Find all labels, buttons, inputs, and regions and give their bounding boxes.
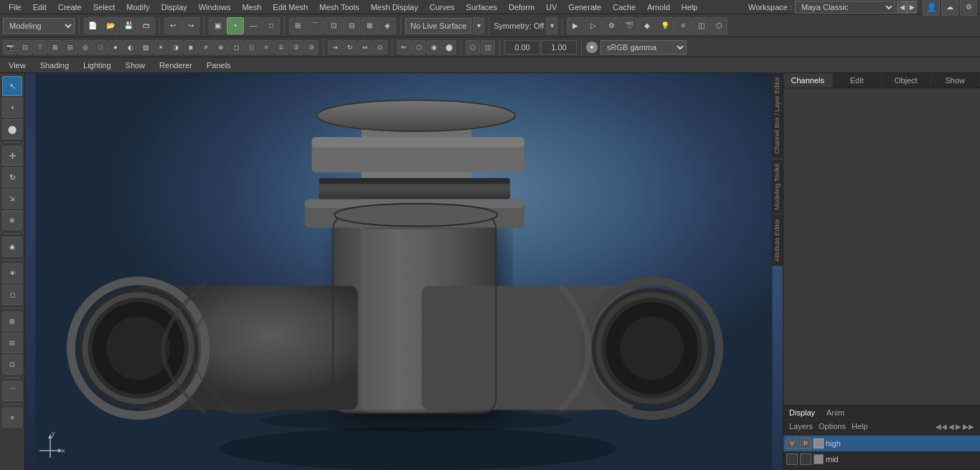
rp-tab-edit[interactable]: Edit — [833, 73, 882, 88]
curve-btn[interactable]: ⌒ — [2, 381, 22, 401]
redo-btn[interactable]: ↪ — [182, 17, 199, 34]
layer-arrow-3[interactable]: ▶ — [956, 423, 961, 431]
lasso-tool-btn[interactable]: ⌖ — [2, 98, 22, 118]
menu-mesh-tools[interactable]: Mesh Tools — [314, 0, 364, 14]
select-face-btn[interactable]: □ — [263, 17, 280, 34]
rp-tab-channels[interactable]: Channels — [783, 73, 833, 88]
layer-arrow-4[interactable]: ▶▶ — [963, 423, 974, 431]
layer-vis-high[interactable]: V — [786, 438, 798, 449]
side-label-attribute[interactable]: Attribute Editor — [771, 214, 783, 266]
paint-btn[interactable]: ✏ — [397, 40, 411, 55]
menu-generate[interactable]: Generate — [562, 0, 607, 14]
select-obj-btn[interactable]: ▣ — [209, 17, 226, 34]
user-icon[interactable]: 👤 — [923, 0, 940, 16]
backface-btn[interactable]: ◻ — [229, 40, 243, 55]
scale-snap-btn[interactable]: ⇔ — [358, 40, 372, 55]
brush-btn[interactable]: ⬤ — [442, 40, 456, 55]
select-edge-btn[interactable]: — — [245, 17, 262, 34]
menu-cache[interactable]: Cache — [607, 0, 641, 14]
move-snap-btn[interactable]: ⇥ — [328, 40, 342, 55]
render-btn[interactable]: ▶ — [567, 17, 584, 34]
snap-surface-btn[interactable]: ⊟ — [343, 17, 360, 34]
ipr-btn[interactable]: ▷ — [585, 17, 602, 34]
cam-persp[interactable]: ⊡ — [18, 40, 32, 55]
menu-mesh[interactable]: Mesh — [236, 0, 267, 14]
snap-view-btn[interactable]: ⊠ — [361, 17, 378, 34]
shadow-btn[interactable]: ◑ — [169, 40, 183, 55]
live-surface-dropdown[interactable]: ▾ — [473, 17, 484, 34]
viewport[interactable]: y x — [25, 73, 783, 470]
color-space-select[interactable]: sRGB gamma Linear Raw — [600, 40, 687, 55]
display-tab[interactable]: Display — [789, 408, 815, 417]
tab-panels[interactable]: Panels — [204, 57, 234, 73]
menu-windows[interactable]: Windows — [193, 0, 237, 14]
select-vertex-btn[interactable]: • — [227, 17, 244, 34]
res2-btn[interactable]: ② — [289, 40, 303, 55]
value-input-1[interactable] — [504, 40, 540, 55]
save-file-btn[interactable]: 💾 — [120, 17, 137, 34]
align-btn[interactable]: ⊟ — [2, 333, 22, 353]
side-label-modeling[interactable]: Modeling Toolkit — [771, 159, 783, 214]
rotate-tool-btn[interactable]: ↻ — [2, 167, 22, 187]
undo-btn[interactable]: ↩ — [164, 17, 182, 34]
menu-arnold[interactable]: Arnold — [641, 0, 676, 14]
tab-shading[interactable]: Shading — [37, 57, 72, 73]
layer-vis-mid[interactable] — [786, 453, 798, 465]
rp-tab-show[interactable]: Show — [931, 73, 981, 88]
xray-btn[interactable]: ⊕ — [214, 40, 228, 55]
isolate-btn[interactable]: ◎ — [78, 40, 93, 55]
paint-select-btn[interactable]: ⬤ — [2, 119, 22, 139]
cam-top[interactable]: ⊤ — [33, 40, 47, 55]
layers-item[interactable]: Layers — [789, 422, 813, 431]
menu-display[interactable]: Display — [156, 0, 193, 14]
ao-btn[interactable]: ◙ — [184, 40, 198, 55]
outliner-btn[interactable]: ≡ — [674, 17, 692, 34]
menu-surfaces[interactable]: Surfaces — [461, 0, 503, 14]
res3-btn[interactable]: ③ — [304, 40, 319, 55]
workspace-next[interactable]: ▶ — [907, 1, 917, 14]
no-live-surface[interactable]: No Live Surface — [405, 18, 471, 34]
menu-mesh-display[interactable]: Mesh Display — [365, 0, 424, 14]
snap-point-btn[interactable]: ⊡ — [325, 17, 342, 34]
wireframe-btn[interactable]: □ — [93, 40, 108, 55]
open-file-btn[interactable]: 📂 — [102, 17, 119, 34]
workspace-select[interactable]: Maya Classic Modeling Rigging Animation … — [795, 1, 895, 14]
tab-show[interactable]: Show — [123, 57, 149, 73]
camera-btn[interactable]: 📷 — [3, 40, 17, 55]
layer-btn[interactable]: ◫ — [692, 17, 710, 34]
res1-btn[interactable]: ① — [274, 40, 288, 55]
render-settings-btn[interactable]: ⚙ — [603, 17, 620, 34]
help-item[interactable]: Help — [852, 422, 868, 431]
menu-create[interactable]: Create — [52, 0, 88, 14]
mode-select[interactable]: Modeling Rigging Animation FX — [3, 18, 75, 34]
smooth-btn[interactable]: ● — [108, 40, 123, 55]
light-editor-btn[interactable]: 💡 — [656, 17, 674, 34]
tab-renderer[interactable]: Renderer — [156, 57, 195, 73]
anim-tab[interactable]: Anim — [826, 408, 844, 417]
menu-modify[interactable]: Modify — [121, 0, 155, 14]
group-btn[interactable]: ◻ — [2, 285, 22, 305]
show-all-btn[interactable]: ⬡ — [466, 40, 480, 55]
soft-select-btn[interactable]: ◉ — [2, 237, 22, 257]
show-hide-btn[interactable]: 👁 — [2, 263, 22, 283]
layer-arrow-1[interactable]: ◀◀ — [936, 423, 947, 431]
menu-edit-mesh[interactable]: Edit Mesh — [267, 0, 314, 14]
rot-snap-btn[interactable]: ↻ — [343, 40, 357, 55]
uvwire-btn[interactable]: ⌹ — [244, 40, 258, 55]
menu-file[interactable]: File — [3, 0, 27, 14]
render-proxy-btn[interactable]: ⬡ — [710, 17, 727, 34]
universal-tool-btn[interactable]: ⊕ — [2, 210, 22, 230]
select-tool-btn[interactable]: ↖ — [2, 76, 22, 96]
cam-front[interactable]: ⊞ — [48, 40, 62, 55]
shaded-btn[interactable]: ◐ — [123, 40, 138, 55]
move-tool-btn[interactable]: ✛ — [2, 146, 22, 166]
rp-tab-object[interactable]: Object — [882, 73, 931, 88]
workspace-prev[interactable]: ◀ — [897, 1, 907, 14]
symmetry-dropdown[interactable]: ▾ — [546, 17, 557, 34]
tab-view[interactable]: View — [6, 57, 29, 73]
script-btn[interactable]: ≡ — [2, 408, 22, 428]
save-as-btn[interactable]: 🗃 — [138, 17, 155, 34]
side-label-channel[interactable]: Channel Box / Layer Editor — [771, 72, 783, 159]
layer-color-mid[interactable] — [814, 454, 824, 464]
cloud-icon[interactable]: ☁ — [941, 0, 958, 16]
